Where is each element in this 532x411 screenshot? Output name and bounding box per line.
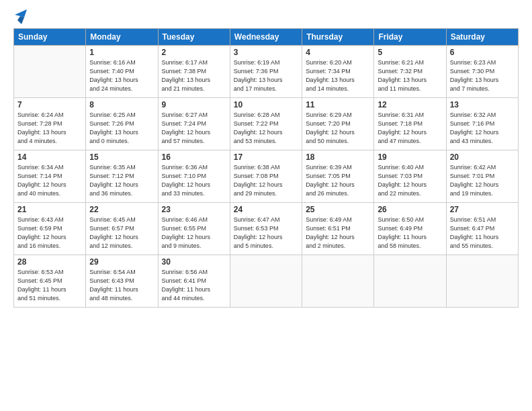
cell-day-number: 20 bbox=[450, 152, 515, 162]
cell-day-number: 30 bbox=[162, 257, 226, 267]
calendar-cell bbox=[14, 46, 86, 98]
calendar-cell: 9Sunrise: 6:27 AM Sunset: 7:24 PM Daylig… bbox=[158, 98, 230, 150]
cell-info-text: Sunrise: 6:56 AM Sunset: 6:41 PM Dayligh… bbox=[162, 268, 226, 303]
cell-day-number: 18 bbox=[306, 152, 370, 162]
cell-info-text: Sunrise: 6:32 AM Sunset: 7:16 PM Dayligh… bbox=[450, 111, 515, 146]
cell-day-number: 19 bbox=[378, 152, 442, 162]
calendar-cell: 10Sunrise: 6:28 AM Sunset: 7:22 PM Dayli… bbox=[230, 98, 302, 150]
calendar-cell: 16Sunrise: 6:36 AM Sunset: 7:10 PM Dayli… bbox=[158, 150, 230, 203]
calendar-cell: 1Sunrise: 6:16 AM Sunset: 7:40 PM Daylig… bbox=[86, 46, 158, 98]
calendar-cell bbox=[446, 255, 518, 308]
weekday-header: Sunday bbox=[14, 29, 86, 46]
cell-day-number: 14 bbox=[17, 152, 82, 162]
cell-info-text: Sunrise: 6:43 AM Sunset: 6:59 PM Dayligh… bbox=[17, 216, 82, 250]
cell-day-number: 11 bbox=[306, 100, 370, 109]
cell-info-text: Sunrise: 6:21 AM Sunset: 7:32 PM Dayligh… bbox=[378, 58, 442, 93]
calendar-cell: 21Sunrise: 6:43 AM Sunset: 6:59 PM Dayli… bbox=[14, 203, 86, 255]
cell-day-number: 10 bbox=[234, 100, 298, 109]
cell-day-number: 3 bbox=[234, 48, 298, 57]
calendar-cell: 18Sunrise: 6:39 AM Sunset: 7:05 PM Dayli… bbox=[302, 150, 374, 203]
cell-info-text: Sunrise: 6:23 AM Sunset: 7:30 PM Dayligh… bbox=[450, 58, 515, 93]
weekday-header: Thursday bbox=[302, 29, 374, 46]
cell-info-text: Sunrise: 6:42 AM Sunset: 7:01 PM Dayligh… bbox=[450, 163, 515, 198]
calendar-week-row: 21Sunrise: 6:43 AM Sunset: 6:59 PM Dayli… bbox=[14, 203, 519, 255]
weekday-header: Monday bbox=[86, 29, 158, 46]
cell-day-number: 24 bbox=[234, 205, 298, 214]
calendar-table: SundayMondayTuesdayWednesdayThursdayFrid… bbox=[13, 28, 519, 308]
weekday-header: Tuesday bbox=[158, 29, 230, 46]
cell-day-number: 26 bbox=[378, 205, 442, 214]
cell-info-text: Sunrise: 6:29 AM Sunset: 7:20 PM Dayligh… bbox=[306, 111, 370, 146]
calendar-cell: 6Sunrise: 6:23 AM Sunset: 7:30 PM Daylig… bbox=[446, 46, 518, 98]
calendar-cell: 26Sunrise: 6:50 AM Sunset: 6:49 PM Dayli… bbox=[374, 203, 446, 255]
logo bbox=[13, 12, 27, 21]
cell-info-text: Sunrise: 6:36 AM Sunset: 7:10 PM Dayligh… bbox=[162, 163, 226, 198]
cell-day-number: 28 bbox=[17, 257, 82, 267]
calendar-cell: 17Sunrise: 6:38 AM Sunset: 7:08 PM Dayli… bbox=[230, 150, 302, 203]
cell-day-number: 6 bbox=[450, 48, 515, 57]
cell-day-number: 2 bbox=[162, 48, 226, 57]
cell-info-text: Sunrise: 6:20 AM Sunset: 7:34 PM Dayligh… bbox=[306, 58, 370, 93]
calendar-cell: 4Sunrise: 6:20 AM Sunset: 7:34 PM Daylig… bbox=[302, 46, 374, 98]
calendar-header-row: SundayMondayTuesdayWednesdayThursdayFrid… bbox=[14, 29, 519, 46]
cell-info-text: Sunrise: 6:45 AM Sunset: 6:57 PM Dayligh… bbox=[89, 216, 154, 250]
cell-info-text: Sunrise: 6:35 AM Sunset: 7:12 PM Dayligh… bbox=[89, 163, 154, 198]
cell-info-text: Sunrise: 6:54 AM Sunset: 6:43 PM Dayligh… bbox=[89, 268, 154, 303]
cell-info-text: Sunrise: 6:51 AM Sunset: 6:47 PM Dayligh… bbox=[450, 216, 515, 250]
calendar-cell bbox=[374, 255, 446, 308]
cell-info-text: Sunrise: 6:19 AM Sunset: 7:36 PM Dayligh… bbox=[234, 58, 298, 93]
calendar-cell: 12Sunrise: 6:31 AM Sunset: 7:18 PM Dayli… bbox=[374, 98, 446, 150]
calendar-cell: 29Sunrise: 6:54 AM Sunset: 6:43 PM Dayli… bbox=[86, 255, 158, 308]
cell-day-number: 7 bbox=[17, 100, 82, 109]
svg-marker-1 bbox=[17, 16, 24, 24]
cell-info-text: Sunrise: 6:34 AM Sunset: 7:14 PM Dayligh… bbox=[17, 163, 82, 198]
cell-info-text: Sunrise: 6:16 AM Sunset: 7:40 PM Dayligh… bbox=[89, 58, 154, 93]
calendar-week-row: 1Sunrise: 6:16 AM Sunset: 7:40 PM Daylig… bbox=[14, 46, 519, 98]
cell-day-number: 23 bbox=[162, 205, 226, 214]
calendar-week-row: 28Sunrise: 6:53 AM Sunset: 6:45 PM Dayli… bbox=[14, 255, 519, 308]
svg-marker-0 bbox=[15, 9, 27, 17]
cell-info-text: Sunrise: 6:50 AM Sunset: 6:49 PM Dayligh… bbox=[378, 216, 442, 250]
calendar-cell: 2Sunrise: 6:17 AM Sunset: 7:38 PM Daylig… bbox=[158, 46, 230, 98]
calendar-cell: 7Sunrise: 6:24 AM Sunset: 7:28 PM Daylig… bbox=[14, 98, 86, 150]
calendar-cell: 13Sunrise: 6:32 AM Sunset: 7:16 PM Dayli… bbox=[446, 98, 518, 150]
calendar-cell: 14Sunrise: 6:34 AM Sunset: 7:14 PM Dayli… bbox=[14, 150, 86, 203]
cell-info-text: Sunrise: 6:28 AM Sunset: 7:22 PM Dayligh… bbox=[234, 111, 298, 146]
calendar-cell: 25Sunrise: 6:49 AM Sunset: 6:51 PM Dayli… bbox=[302, 203, 374, 255]
cell-info-text: Sunrise: 6:25 AM Sunset: 7:26 PM Dayligh… bbox=[89, 111, 154, 146]
calendar-cell: 8Sunrise: 6:25 AM Sunset: 7:26 PM Daylig… bbox=[86, 98, 158, 150]
calendar-cell: 19Sunrise: 6:40 AM Sunset: 7:03 PM Dayli… bbox=[374, 150, 446, 203]
cell-info-text: Sunrise: 6:39 AM Sunset: 7:05 PM Dayligh… bbox=[306, 163, 370, 198]
calendar-cell bbox=[302, 255, 374, 308]
cell-day-number: 16 bbox=[162, 152, 226, 162]
cell-day-number: 29 bbox=[89, 257, 154, 267]
calendar-cell: 24Sunrise: 6:47 AM Sunset: 6:53 PM Dayli… bbox=[230, 203, 302, 255]
cell-day-number: 4 bbox=[306, 48, 370, 57]
cell-info-text: Sunrise: 6:24 AM Sunset: 7:28 PM Dayligh… bbox=[17, 111, 82, 146]
cell-day-number: 12 bbox=[378, 100, 442, 109]
cell-day-number: 1 bbox=[89, 48, 154, 57]
cell-info-text: Sunrise: 6:40 AM Sunset: 7:03 PM Dayligh… bbox=[378, 163, 442, 198]
cell-info-text: Sunrise: 6:27 AM Sunset: 7:24 PM Dayligh… bbox=[162, 111, 226, 146]
cell-info-text: Sunrise: 6:47 AM Sunset: 6:53 PM Dayligh… bbox=[234, 216, 298, 250]
weekday-header: Wednesday bbox=[230, 29, 302, 46]
cell-info-text: Sunrise: 6:46 AM Sunset: 6:55 PM Dayligh… bbox=[162, 216, 226, 250]
weekday-header: Saturday bbox=[446, 29, 518, 46]
cell-day-number: 13 bbox=[450, 100, 515, 109]
logo-bird-icon bbox=[15, 9, 27, 24]
cell-info-text: Sunrise: 6:49 AM Sunset: 6:51 PM Dayligh… bbox=[306, 216, 370, 250]
calendar-cell: 11Sunrise: 6:29 AM Sunset: 7:20 PM Dayli… bbox=[302, 98, 374, 150]
calendar-cell: 30Sunrise: 6:56 AM Sunset: 6:41 PM Dayli… bbox=[158, 255, 230, 308]
cell-day-number: 5 bbox=[378, 48, 442, 57]
calendar-cell bbox=[230, 255, 302, 308]
cell-day-number: 27 bbox=[450, 205, 515, 214]
calendar-cell: 3Sunrise: 6:19 AM Sunset: 7:36 PM Daylig… bbox=[230, 46, 302, 98]
cell-day-number: 17 bbox=[234, 152, 298, 162]
cell-info-text: Sunrise: 6:17 AM Sunset: 7:38 PM Dayligh… bbox=[162, 58, 226, 93]
cell-day-number: 8 bbox=[89, 100, 154, 109]
cell-day-number: 25 bbox=[306, 205, 370, 214]
calendar-cell: 28Sunrise: 6:53 AM Sunset: 6:45 PM Dayli… bbox=[14, 255, 86, 308]
page: SundayMondayTuesdayWednesdayThursdayFrid… bbox=[0, 0, 532, 411]
calendar-cell: 20Sunrise: 6:42 AM Sunset: 7:01 PM Dayli… bbox=[446, 150, 518, 203]
calendar-cell: 5Sunrise: 6:21 AM Sunset: 7:32 PM Daylig… bbox=[374, 46, 446, 98]
